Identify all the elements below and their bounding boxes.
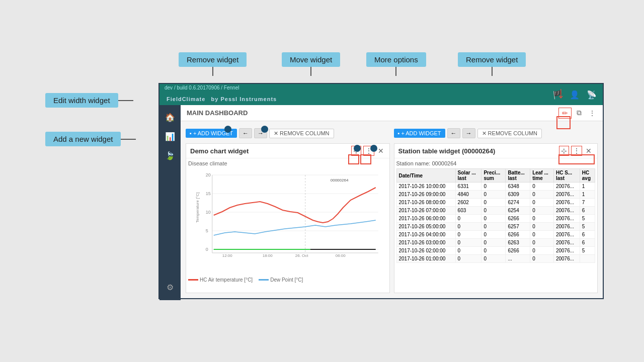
table-cell: 0	[455, 215, 481, 223]
red-arrow-annotation: ↓	[557, 83, 565, 102]
table-cell: 0	[481, 215, 506, 223]
station-name: Station name: 00000264	[396, 160, 596, 166]
table-cell: 5	[580, 247, 595, 255]
table-cell: 6266	[506, 231, 530, 239]
add-widget-icon-1: ▪	[190, 130, 192, 136]
table-cell: 0	[481, 199, 506, 207]
brand-sub: by Pessl Instruments	[211, 96, 277, 102]
more-dashboard-btn[interactable]: ⋮	[587, 108, 598, 118]
table-cell: 0	[530, 183, 554, 191]
table-cell: 6331	[455, 183, 481, 191]
sidebar-gear-icon[interactable]: ⚙	[161, 279, 179, 295]
page-container: Remove widget Move widget More options R…	[0, 0, 644, 362]
table-cell: 0	[455, 239, 481, 247]
table-cell: 6266	[506, 215, 530, 223]
browser-window: dev / build 0.6.20170906 / Fennel FieldC…	[158, 83, 604, 299]
table-cell: 2017-10-26 09:00:00	[396, 191, 455, 199]
copy-dashboard-btn[interactable]: ⧉	[575, 108, 584, 118]
table-cell: 0	[481, 247, 506, 255]
table-cell: 0	[481, 223, 506, 231]
table-widget: Station table widget (00000264) ⊹ ⋮ ✕ St…	[394, 143, 598, 293]
remove-col-btn-2[interactable]: ✕ REMOVE COLUMN	[477, 129, 542, 138]
table-cell: 0	[481, 183, 506, 191]
table-widget-body: Station name: 00000264 Date/Time Solar .…	[394, 158, 598, 293]
table-cell: 0	[455, 247, 481, 255]
table-cell: 6	[580, 207, 595, 215]
dot-remove-right	[370, 145, 377, 152]
table-cell: 20076...	[553, 207, 580, 215]
table-cell: 1	[580, 191, 595, 199]
add-widget-btn-2[interactable]: ▪ + ADD WIDGET	[394, 129, 445, 138]
callout-remove-widget-left: Remove widget	[179, 52, 247, 67]
user-icon[interactable]: 👤	[569, 90, 581, 100]
table-cell: 2017-10-26 08:00:00	[396, 199, 455, 207]
edit-dashboard-btn[interactable]: ✏	[558, 108, 572, 119]
table-cell: 2017-10-26 10:00:00	[396, 183, 455, 191]
table-move-btn[interactable]: ⊹	[559, 146, 569, 156]
wifi-icon[interactable]: 📡	[586, 90, 598, 100]
table-cell: 5	[580, 215, 595, 223]
table-cell: 2017-10-26 03:00:00	[396, 239, 455, 247]
station-data-table: Date/Time Solar ...last Preci...sum Batt…	[396, 168, 596, 263]
table-cell: 0	[530, 231, 554, 239]
table-scroll[interactable]: Date/Time Solar ...last Preci...sum Batt…	[396, 168, 596, 263]
dashboard-columns: ▪ + ADD WIDGET ← → ✕ REMOVE COLUMN Demo …	[181, 121, 603, 298]
legend-item-dew: Dew Point [°C]	[259, 277, 303, 283]
table-row: 2017-10-26 09:00:00484006309020076...1	[396, 191, 595, 199]
add-widget-icon-2: ▪	[398, 130, 400, 136]
col1-arrow-left[interactable]: ←	[239, 128, 252, 138]
table-cell: 0	[530, 191, 554, 199]
table-cell: 0	[481, 207, 506, 215]
svg-text:18:00: 18:00	[263, 253, 273, 258]
table-cell: 0	[530, 207, 554, 215]
table-row: 2017-10-26 04:00:00006266020076...6	[396, 231, 595, 239]
table-cell: 0	[530, 199, 554, 207]
table-cell: 6263	[506, 239, 530, 247]
chart-widget: Demo chart widget ⊹ ⋮ ✕ Disease climate	[186, 143, 390, 293]
col2-arrow-right[interactable]: →	[462, 128, 475, 138]
table-cell: 6266	[506, 247, 530, 255]
sidebar-home-icon[interactable]: 🏠	[161, 109, 179, 125]
th-batte: Batte...last	[506, 169, 530, 183]
remove-col-btn-1[interactable]: ✕ REMOVE COLUMN	[269, 129, 334, 138]
col2-toolbar: ▪ + ADD WIDGET ← → ✕ REMOVE COLUMN	[394, 126, 598, 140]
legend-dot-temp	[188, 279, 198, 281]
table-cell: 2017-10-26 07:00:00	[396, 207, 455, 215]
svg-text:0: 0	[206, 247, 208, 252]
table-cell: 2017-10-26 02:00:00	[396, 247, 455, 255]
table-cell: 0	[455, 231, 481, 239]
chart-svg: 20 15 10 5 0 Temperature [°C]	[188, 167, 387, 273]
table-cell: 1	[580, 183, 595, 191]
table-row: 2017-10-26 07:00:0060306254020076...6	[396, 207, 595, 215]
table-cell: 6309	[506, 191, 530, 199]
table-close-btn[interactable]: ✕	[584, 146, 593, 155]
table-cell: 0	[455, 223, 481, 231]
table-header-row: Date/Time Solar ...last Preci...sum Batt…	[396, 169, 595, 183]
sub-header: MAIN DASHBOARD ✏ ⧉ ⋮	[181, 105, 603, 121]
table-widget-controls: ⊹ ⋮ ✕	[559, 146, 593, 156]
table-cell: 6257	[506, 223, 530, 231]
table-row: 2017-10-26 08:00:00260206274020076...7	[396, 199, 595, 207]
dashboard-col-1: ▪ + ADD WIDGET ← → ✕ REMOVE COLUMN Demo …	[184, 124, 392, 295]
brand-name: FieldClimate	[167, 96, 205, 102]
table-cell: 20076...	[553, 247, 580, 255]
table-cell: 6	[580, 239, 595, 247]
table-cell: 2017-10-26 01:00:00	[396, 255, 455, 263]
table-cell: 0	[530, 239, 554, 247]
chart-close-btn[interactable]: ✕	[376, 146, 385, 155]
brand-logo: FieldClimate by Pessl Instruments	[165, 91, 277, 104]
sidebar-leaf-icon[interactable]: 🍃	[161, 147, 179, 163]
th-datetime: Date/Time	[396, 169, 455, 183]
table-body: 2017-10-26 10:00:00633106348020076...120…	[396, 183, 595, 263]
svg-text:10: 10	[206, 210, 211, 215]
col2-arrow-left[interactable]: ←	[447, 128, 460, 138]
table-cell: 0	[481, 239, 506, 247]
table-cell: 2017-10-26 04:00:00	[396, 231, 455, 239]
table-cell: 2017-10-26 05:00:00	[396, 223, 455, 231]
table-row: 2017-10-26 01:00:0000...020076...	[396, 255, 595, 263]
sidebar-chart-icon[interactable]: 📊	[161, 128, 179, 144]
table-cell: 6	[580, 231, 595, 239]
table-more-btn[interactable]: ⋮	[571, 146, 582, 156]
table-cell: 2602	[455, 199, 481, 207]
table-cell: 0	[455, 255, 481, 263]
